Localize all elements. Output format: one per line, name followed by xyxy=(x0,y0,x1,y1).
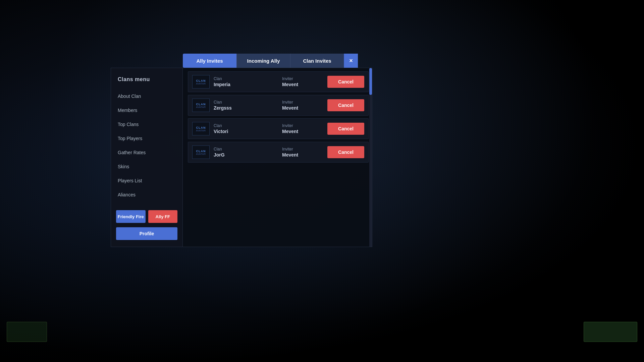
sidebar: Clans menu About Clan Members Top Clans … xyxy=(111,68,183,247)
clan-avatar-bottom-text: AVATAR xyxy=(196,106,206,108)
tab-ally-invites[interactable]: Ally Invites xyxy=(183,54,236,68)
sidebar-buttons: Friendly Fire Ally FF xyxy=(111,205,182,226)
clan-name: Imperia xyxy=(214,82,282,87)
clan-avatar-bottom-text: AVATAR xyxy=(196,129,206,132)
clan-name: JorG xyxy=(214,152,282,158)
clans-modal: Ally Invites Incoming Ally Clan Invites … xyxy=(111,54,372,247)
inviter-name: Mevent xyxy=(282,105,322,111)
clan-avatar-bottom-text: AVATAR xyxy=(196,153,206,155)
inviter-name: Mevent xyxy=(282,82,322,87)
clan-info: Clan Victori xyxy=(214,123,282,134)
clan-label: Clan xyxy=(214,123,282,128)
clan-label: Clan xyxy=(214,100,282,105)
clan-label: Clan xyxy=(214,147,282,152)
right-panel: CLAN AVATAR Clan Imperia Inviter Mevent … xyxy=(183,68,372,247)
clan-avatar-top-text: CLAN xyxy=(196,79,206,82)
clan-info: Clan JorG xyxy=(214,147,282,158)
invite-row: CLAN AVATAR Clan Imperia Inviter Mevent … xyxy=(188,71,369,92)
sidebar-title: Clans menu xyxy=(111,73,182,89)
clan-label: Clan xyxy=(214,76,282,81)
sidebar-item-skins[interactable]: Skins xyxy=(111,160,182,174)
sidebar-item-aliances[interactable]: Aliances xyxy=(111,188,182,202)
corner-hud-right xyxy=(584,322,637,342)
sidebar-item-top-clans[interactable]: Top Clans xyxy=(111,117,182,131)
cancel-button[interactable]: Cancel xyxy=(327,123,364,135)
cancel-button[interactable]: Cancel xyxy=(327,76,364,88)
cancel-button[interactable]: Cancel xyxy=(327,146,364,158)
sidebar-item-members[interactable]: Members xyxy=(111,103,182,117)
inviter-info: Inviter Mevent xyxy=(282,123,322,134)
main-content: Clans menu About Clan Members Top Clans … xyxy=(111,68,372,247)
sidebar-item-top-players[interactable]: Top Players xyxy=(111,131,182,145)
scrollbar-thumb[interactable] xyxy=(369,68,372,95)
friendly-fire-button[interactable]: Friendly Fire xyxy=(116,210,146,223)
clan-avatar-top-text: CLAN xyxy=(196,103,206,106)
inviter-label: Inviter xyxy=(282,76,322,81)
clan-avatar-bottom-text: AVATAR xyxy=(196,82,206,85)
tab-bar: Ally Invites Incoming Ally Clan Invites … xyxy=(183,54,372,68)
inviter-name: Mevent xyxy=(282,152,322,158)
sidebar-item-players-list[interactable]: Players List xyxy=(111,174,182,188)
clan-avatar-top-text: CLAN xyxy=(196,149,206,153)
cancel-button[interactable]: Cancel xyxy=(327,99,364,111)
clan-avatar: CLAN AVATAR xyxy=(192,145,210,159)
clan-avatar: CLAN AVATAR xyxy=(192,99,210,112)
inviter-label: Inviter xyxy=(282,123,322,128)
clan-info: Clan Zergsss xyxy=(214,100,282,111)
ally-ff-button[interactable]: Ally FF xyxy=(148,210,178,223)
inviter-label: Inviter xyxy=(282,100,322,105)
scrollbar-track[interactable] xyxy=(369,68,372,247)
invite-row: CLAN AVATAR Clan JorG Inviter Mevent Can… xyxy=(188,142,369,163)
close-button[interactable]: × xyxy=(344,54,358,68)
inviter-info: Inviter Mevent xyxy=(282,147,322,158)
clan-name: Zergsss xyxy=(214,105,282,111)
inviter-name: Mevent xyxy=(282,129,322,134)
sidebar-item-gather-rates[interactable]: Gather Rates xyxy=(111,145,182,160)
clan-name: Victori xyxy=(214,129,282,134)
tab-incoming-ally[interactable]: Incoming Ally xyxy=(236,54,290,68)
invite-list: CLAN AVATAR Clan Imperia Inviter Mevent … xyxy=(183,68,372,247)
invite-row: CLAN AVATAR Clan Victori Inviter Mevent … xyxy=(188,118,369,139)
profile-button[interactable]: Profile xyxy=(116,227,177,240)
sidebar-item-about-clan[interactable]: About Clan xyxy=(111,89,182,103)
clan-info: Clan Imperia xyxy=(214,76,282,87)
clan-avatar: CLAN AVATAR xyxy=(192,122,210,135)
corner-hud-left xyxy=(7,322,47,342)
inviter-info: Inviter Mevent xyxy=(282,100,322,111)
invite-row: CLAN AVATAR Clan Zergsss Inviter Mevent … xyxy=(188,95,369,116)
clan-avatar: CLAN AVATAR xyxy=(192,75,210,88)
tab-clan-invites[interactable]: Clan Invites xyxy=(290,54,344,68)
clan-avatar-top-text: CLAN xyxy=(196,126,206,129)
inviter-label: Inviter xyxy=(282,147,322,152)
inviter-info: Inviter Mevent xyxy=(282,76,322,87)
